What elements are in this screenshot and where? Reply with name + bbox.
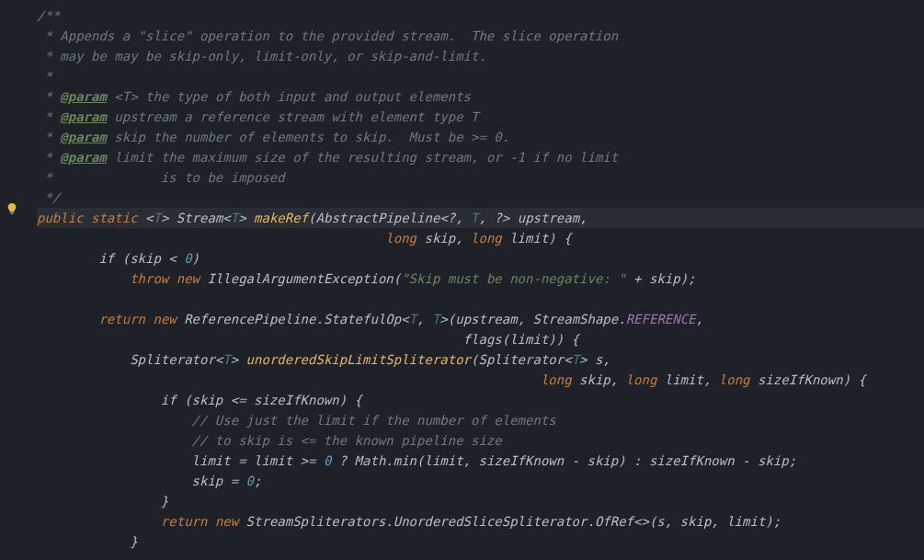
- javadoc-line: * @param upstream a reference stream wit…: [37, 109, 478, 124]
- code-line: skip = 0;: [37, 474, 261, 488]
- code-line: long skip, long limit) {: [37, 231, 572, 246]
- javadoc-line: * may be may be skip-only, limit-only, o…: [37, 49, 486, 63]
- svg-rect-1: [11, 213, 14, 214]
- code-line: if (skip < 0): [37, 251, 200, 266]
- javadoc-line: /**: [37, 8, 60, 23]
- javadoc-line: * Appends a "slice" operation to the pro…: [37, 29, 618, 43]
- code-line: throw new IllegalArgumentException("Skip…: [37, 271, 695, 286]
- code-line: }: [37, 494, 168, 509]
- method-name: makeRef: [254, 211, 308, 225]
- javadoc-line: *: [37, 69, 52, 84]
- source-code[interactable]: /** * Appends a "slice" operation to the…: [37, 6, 924, 552]
- javadoc-line: * @param skip the number of elements to …: [37, 130, 509, 144]
- code-line: flags(limit)) {: [37, 332, 579, 347]
- code-line: return new StreamSpliterators.UnorderedS…: [37, 514, 781, 529]
- code-line: // Use just the limit if the number of e…: [37, 413, 556, 428]
- code-line: Spliterator<T> unorderedSkipLimitSpliter…: [37, 352, 610, 367]
- code-line: long skip, long limit, long sizeIfKnown)…: [37, 372, 866, 387]
- code-line: // to skip is <= the known pipeline size: [37, 433, 502, 448]
- gutter: [0, 0, 28, 560]
- javadoc-line: * @param limit the maximum size of the r…: [37, 150, 618, 165]
- svg-rect-0: [10, 212, 14, 213]
- javadoc-line: * is to be imposed: [37, 170, 285, 185]
- lightbulb-icon[interactable]: [6, 202, 18, 215]
- code-line: return new ReferencePipeline.StatefulOp<…: [37, 312, 703, 326]
- method-signature: public static <T> Stream<T> makeRef(Abst…: [37, 208, 924, 228]
- javadoc-line: */: [37, 190, 60, 205]
- code-line: limit = limit >= 0 ? Math.min(limit, siz…: [37, 453, 796, 468]
- code-line: }: [37, 534, 138, 549]
- javadoc-line: * @param <T> the type of both input and …: [37, 89, 471, 104]
- code-line: if (skip <= sizeIfKnown) {: [37, 393, 362, 407]
- code-editor[interactable]: /** * Appends a "slice" operation to the…: [0, 0, 924, 560]
